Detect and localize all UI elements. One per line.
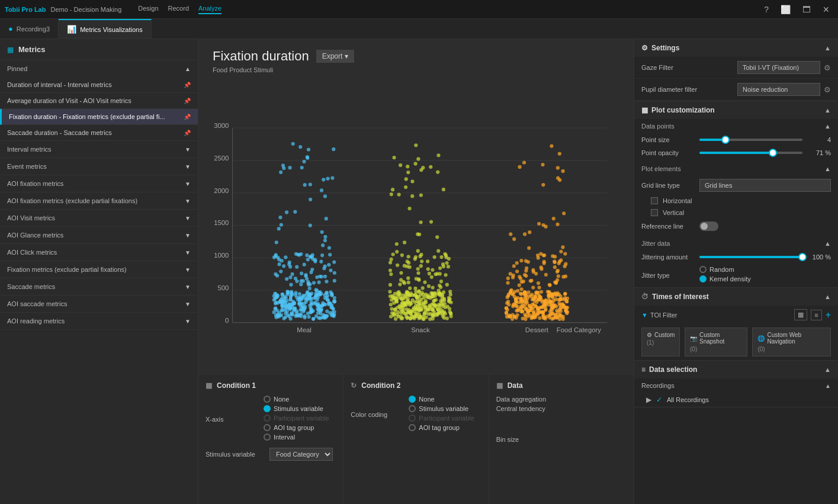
xaxis-interval-option[interactable]: Interval — [264, 434, 329, 441]
metric-group-header[interactable]: AOI saccade metrics ▼ — [0, 296, 198, 312]
metric-group-header[interactable]: Fixation metrics (exclude partial fixati… — [0, 261, 198, 278]
stim-var-select[interactable]: Food Category — [269, 448, 333, 461]
svg-point-606 — [444, 306, 447, 309]
color-none-radio[interactable] — [409, 396, 416, 403]
recordings-arrow[interactable]: ▲ — [825, 383, 831, 389]
svg-point-280 — [278, 300, 281, 303]
help-icon[interactable]: ? — [760, 5, 772, 14]
recordings-header: Recordings ▲ — [634, 378, 838, 393]
reference-toggle[interactable] — [699, 221, 718, 231]
data-sel-collapse[interactable]: ▲ — [824, 366, 831, 373]
metric-group-header[interactable]: AOI Click metrics ▼ — [0, 244, 198, 261]
svg-point-588 — [421, 286, 425, 290]
pinned-header[interactable]: Pinned ▲ — [0, 60, 198, 77]
color-stimulus-radio[interactable] — [409, 405, 416, 412]
svg-text:2500: 2500 — [214, 155, 229, 162]
xaxis-aoi-option[interactable]: AOI tag group — [264, 424, 329, 431]
toi-collapse[interactable]: ▲ — [824, 293, 831, 300]
gaze-filter-select[interactable]: Tobii I-VT (Fixation) — [737, 61, 820, 74]
svg-point-675 — [391, 188, 394, 191]
color-aoi-radio[interactable] — [409, 424, 416, 431]
condition2-header: ↻ Condition 2 — [351, 381, 481, 390]
jitter-random-radio[interactable] — [699, 266, 707, 273]
svg-point-257 — [323, 296, 327, 300]
nav-analyze[interactable]: Analyze — [198, 5, 221, 14]
data-points-collapse[interactable]: ▲ — [824, 123, 831, 130]
horizontal-checkbox[interactable] — [651, 197, 658, 204]
point-size-thumb[interactable] — [721, 136, 730, 144]
bottom-panels: ▦ Condition 1 X-axis None Stimulus varia… — [198, 374, 634, 504]
xaxis-interval-radio[interactable] — [264, 434, 271, 441]
plot-elements-collapse[interactable]: ▲ — [824, 165, 831, 172]
metric-group-header[interactable]: AOI reading metrics ▼ — [0, 313, 198, 329]
svg-point-200 — [297, 253, 301, 256]
pinned-item-1[interactable]: Average duration of Visit - AOI Visit me… — [0, 93, 198, 109]
metric-group-header[interactable]: AOI Visit metrics ▼ — [0, 210, 198, 226]
jitter-amount-track[interactable] — [699, 256, 802, 258]
point-size-track[interactable] — [699, 139, 802, 141]
grid-line-select[interactable]: Grid lines — [699, 179, 831, 192]
metric-group-header[interactable]: Saccade metrics ▼ — [0, 278, 198, 295]
xaxis-none-radio[interactable] — [264, 396, 271, 403]
pupil-filter-select[interactable]: Noise reduction — [737, 83, 820, 96]
jitter-collapse[interactable]: ▲ — [824, 240, 831, 247]
metric-group: Event metrics ▼ — [0, 158, 198, 175]
point-opacity-track[interactable] — [699, 152, 802, 154]
metric-group-header[interactable]: Interval metrics ▼ — [0, 141, 198, 158]
toi-card-snapshot[interactable]: 📷 Custom Snapshot (0) — [685, 328, 747, 357]
plot-custom-collapse[interactable]: ▲ — [824, 107, 831, 114]
tab-recording[interactable]: ● Recording3 — [0, 19, 59, 38]
point-opacity-thumb[interactable] — [769, 149, 777, 157]
metric-group-header[interactable]: Event metrics ▼ — [0, 158, 198, 175]
toi-card-custom[interactable]: ⚙ Custom (1) — [641, 328, 680, 357]
nav-record[interactable]: Record — [168, 5, 189, 14]
color-none-option[interactable]: None — [409, 396, 474, 403]
settings-collapse[interactable]: ▲ — [824, 44, 831, 52]
export-button[interactable]: Export ▾ — [316, 50, 355, 63]
pinned-item-0[interactable]: Duration of interval - Interval metrics … — [0, 77, 198, 93]
jitter-amount-thumb[interactable] — [798, 253, 807, 261]
xaxis-stimulus-option[interactable]: Stimulus variable — [264, 405, 329, 412]
xaxis-aoi-radio[interactable] — [264, 424, 271, 431]
nav-design[interactable]: Design — [138, 5, 158, 14]
color-stimulus-option[interactable]: Stimulus variable — [409, 405, 474, 412]
metric-group-header[interactable]: AOI fixation metrics (exclude partial fi… — [0, 192, 198, 209]
tab-metrics[interactable]: 📊 Metrics Visualizations — [59, 19, 152, 38]
svg-point-994 — [558, 313, 561, 316]
chevron-down-icon: ▼ — [185, 301, 191, 307]
maximize-icon[interactable]: 🗖 — [799, 5, 814, 14]
toi-grid-view[interactable]: ▦ — [794, 309, 807, 320]
webnav-icon: 🌐 — [757, 335, 765, 342]
svg-point-706 — [404, 293, 407, 297]
pinned-item-3[interactable]: Saccade duration - Saccade metrics 📌 — [0, 125, 198, 141]
toi-add-button[interactable]: + — [826, 310, 831, 320]
svg-point-86 — [288, 265, 292, 268]
svg-point-460 — [416, 267, 420, 271]
svg-point-239 — [289, 294, 293, 298]
svg-point-433 — [388, 290, 391, 293]
metric-group-label: Interval metrics — [7, 146, 52, 153]
jitter-random-option[interactable]: Random — [699, 266, 751, 273]
svg-point-290 — [306, 258, 310, 261]
close-icon[interactable]: ✕ — [819, 5, 833, 14]
metric-group-header[interactable]: AOI fixation metrics ▼ — [0, 175, 198, 192]
color-aoi-option[interactable]: AOI tag group — [409, 424, 474, 431]
pinned-item-2[interactable]: Fixation duration - Fixation metrics (ex… — [0, 109, 198, 125]
gaze-filter-gear[interactable]: ⚙ — [824, 63, 831, 72]
jitter-kernel-radio[interactable] — [699, 275, 707, 283]
toi-card-webnav[interactable]: 🌐 Custom Web Navigation (0) — [752, 328, 831, 357]
pupil-filter-gear[interactable]: ⚙ — [824, 85, 831, 94]
svg-point-784 — [537, 281, 540, 285]
svg-point-418 — [406, 171, 410, 174]
svg-point-430 — [419, 220, 422, 224]
all-recordings-item[interactable]: ▶ ✓ All Recordings — [634, 393, 838, 407]
xaxis-stimulus-radio[interactable] — [264, 405, 271, 412]
xaxis-none-option[interactable]: None — [264, 396, 329, 403]
vertical-checkbox[interactable] — [651, 209, 658, 216]
jitter-kernel-option[interactable]: Kernel density — [699, 275, 751, 283]
minimize-icon[interactable]: ⬜ — [777, 5, 794, 14]
metric-group-header[interactable]: AOI Glance metrics ▼ — [0, 227, 198, 243]
svg-point-545 — [445, 261, 448, 265]
toi-list-view[interactable]: ≡ — [811, 310, 821, 320]
svg-point-625 — [410, 179, 414, 183]
